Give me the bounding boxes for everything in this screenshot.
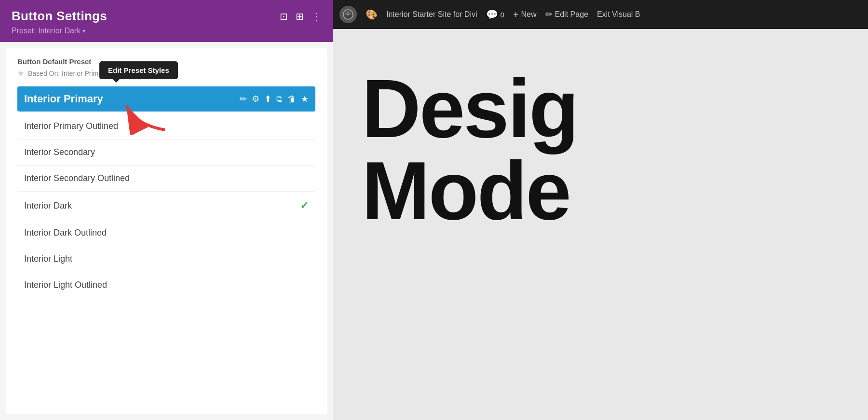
based-on-text: Based On: Interior Primary (28, 70, 108, 77)
active-preset-row[interactable]: Interior Primary ✏ ⚙ ⬆ ⧉ 🗑 ★ (17, 86, 315, 112)
panel-content: Button Default Preset ★ Based On: Interi… (6, 48, 327, 414)
check-icon: ✓ (300, 199, 309, 212)
list-item[interactable]: Interior Secondary (17, 140, 315, 166)
panel-title: Button Settings (12, 9, 107, 24)
customize-icon: 🎨 (366, 9, 378, 20)
hero-text: Desig Mode (362, 68, 578, 232)
list-item[interactable]: Interior Light Outlined (17, 272, 315, 298)
preset-subtitle[interactable]: Preset: Interior Dark ▾ (12, 27, 321, 35)
edit-page-label: Edit Page (555, 10, 588, 19)
panel-header: Button Settings ⊡ ⊞ ⋮ Preset: Interior D… (0, 0, 333, 42)
list-item[interactable]: Interior Primary Outlined (17, 113, 315, 140)
wp-admin-bar: 🎨 Interior Starter Site for Divi 💬 0 + N… (333, 0, 868, 29)
hero-line-2: Mode (362, 150, 578, 232)
right-panel: 🎨 Interior Starter Site for Divi 💬 0 + N… (333, 0, 868, 420)
wordpress-logo[interactable] (339, 6, 357, 23)
grid-icon[interactable]: ⊞ (296, 11, 304, 22)
preset-row-name: Interior Light (24, 254, 309, 264)
gear-icon[interactable]: ⚙ (252, 94, 259, 104)
list-item[interactable]: Interior Light (17, 246, 315, 272)
new-button[interactable]: + New (513, 9, 537, 20)
preset-row-name: Interior Dark (24, 201, 300, 211)
active-preset-name: Interior Primary (24, 93, 240, 105)
list-item[interactable]: Interior Dark ✓ (17, 192, 315, 220)
exit-visual-builder-button[interactable]: Exit Visual B (597, 10, 640, 19)
preset-row-name: Interior Light Outlined (24, 280, 309, 290)
comment-bubble: 💬 (486, 9, 498, 20)
copy-icon[interactable]: ⧉ (276, 94, 283, 104)
more-icon[interactable]: ⋮ (312, 11, 321, 22)
tooltip-text: Edit Preset Styles (108, 66, 169, 74)
preset-row-name: Interior Primary Outlined (24, 121, 309, 131)
preset-dropdown-arrow: ▾ (82, 28, 85, 34)
plus-icon: + (513, 9, 519, 20)
left-panel: Button Settings ⊡ ⊞ ⋮ Preset: Interior D… (0, 0, 333, 420)
hero-content: Desig Mode (333, 29, 868, 420)
focus-icon[interactable]: ⊡ (280, 11, 288, 22)
panel-header-icons: ⊡ ⊞ ⋮ (280, 11, 321, 22)
tooltip-container: Edit Preset Styles Interior Primary ✏ ⚙ … (17, 86, 315, 112)
edit-pencil-icon: ✏ (545, 9, 553, 20)
edit-page-button[interactable]: ✏ Edit Page (545, 9, 588, 20)
action-icons: ✏ ⚙ ⬆ ⧉ 🗑 ★ (240, 94, 309, 104)
edit-icon[interactable]: ✏ (240, 94, 247, 104)
tooltip: Edit Preset Styles (99, 61, 178, 79)
preset-row-name: Interior Secondary Outlined (24, 173, 309, 183)
star-icon: ★ (17, 69, 24, 78)
trash-icon[interactable]: 🗑 (287, 94, 296, 104)
preset-row-name: Interior Secondary (24, 147, 309, 157)
comment-count: 0 (501, 11, 504, 19)
preset-label: Preset: Interior Dark (12, 27, 81, 35)
preset-list: Interior Primary Outlined Interior Secon… (17, 113, 315, 298)
star-active-icon[interactable]: ★ (301, 94, 309, 104)
comment-icon[interactable]: 💬 0 (486, 9, 504, 20)
list-item[interactable]: Interior Secondary Outlined (17, 166, 315, 192)
preset-row-name: Interior Dark Outlined (24, 228, 309, 238)
new-label: New (521, 10, 537, 19)
upload-icon[interactable]: ⬆ (264, 94, 271, 104)
hero-line-1: Desig (362, 68, 578, 150)
svg-point-2 (347, 14, 349, 15)
list-item[interactable]: Interior Dark Outlined (17, 220, 315, 246)
site-name[interactable]: Interior Starter Site for Divi (386, 10, 477, 19)
